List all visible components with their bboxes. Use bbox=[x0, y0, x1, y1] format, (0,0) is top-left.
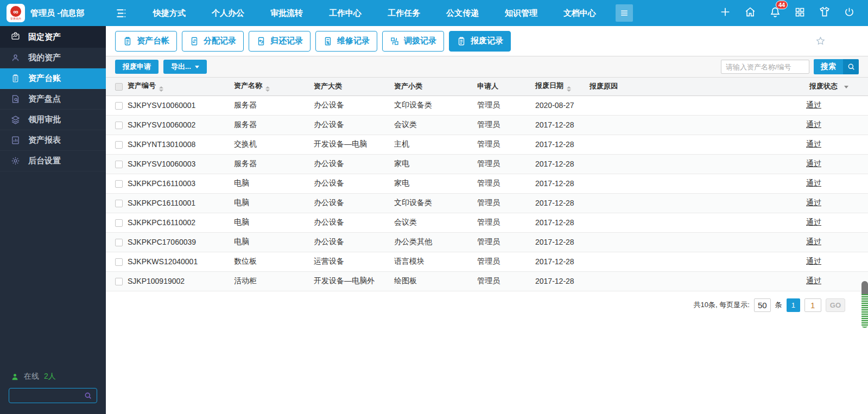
favorite-star-icon[interactable] bbox=[815, 36, 826, 46]
topbar-action[interactable] bbox=[719, 6, 731, 20]
nav-item[interactable]: 工作任务 bbox=[375, 0, 433, 26]
sidebar-search-input[interactable] bbox=[14, 392, 84, 400]
logo-infinity-icon: ∞ bbox=[10, 6, 21, 17]
cell-asset-code: SJKPKPC16110003 bbox=[128, 174, 234, 193]
report-icon bbox=[11, 136, 20, 145]
toolbar: 报废申请 导出... 搜索 bbox=[106, 56, 868, 78]
cell-subcategory: 会议类 bbox=[394, 115, 477, 135]
scrollbar-thumb[interactable] bbox=[861, 281, 868, 328]
go-button[interactable]: GO bbox=[826, 298, 845, 312]
sidebar-item-label: 资产盘点 bbox=[28, 94, 61, 104]
table-row: SJKPKPC16110003 电脑 办公设备 家电 管理员 2017-12-2… bbox=[106, 174, 868, 193]
cell-asset-name: 数位板 bbox=[234, 252, 314, 271]
status-link[interactable]: 通过 bbox=[806, 139, 821, 148]
nav-item[interactable]: 知识管理 bbox=[492, 0, 550, 26]
page-size-input[interactable] bbox=[754, 298, 771, 312]
status-link[interactable]: 通过 bbox=[806, 218, 821, 226]
sidebar-module-header[interactable]: 固定资产 bbox=[0, 26, 106, 48]
nav-item[interactable]: 个人办公 bbox=[199, 0, 257, 26]
row-checkbox[interactable] bbox=[115, 161, 123, 168]
topbar-action[interactable] bbox=[844, 7, 855, 20]
cell-asset-name: 服务器 bbox=[234, 154, 314, 174]
sidebar-item[interactable]: 我的资产 bbox=[0, 48, 106, 68]
cell-reason bbox=[590, 213, 795, 232]
collapse-menu-icon[interactable] bbox=[115, 7, 128, 20]
row-checkbox[interactable] bbox=[115, 278, 123, 285]
sidebar-item[interactable]: 领用审批 bbox=[0, 110, 106, 130]
topbar-action[interactable] bbox=[819, 6, 831, 20]
tab[interactable]: 资产台帐 bbox=[115, 31, 177, 52]
sidebar-item-label: 资产报表 bbox=[28, 135, 61, 145]
cell-category: 办公设备 bbox=[314, 174, 394, 193]
header-asset-name: 资产名称 bbox=[234, 81, 262, 90]
tab-label: 维修记录 bbox=[337, 36, 370, 46]
row-checkbox[interactable] bbox=[115, 102, 123, 110]
more-menu-icon[interactable] bbox=[616, 4, 633, 22]
tab[interactable]: 报废记录 bbox=[449, 31, 511, 52]
status-link[interactable]: 通过 bbox=[806, 179, 821, 187]
status-link[interactable]: 通过 bbox=[806, 257, 821, 265]
logo-text: 学美动力 bbox=[10, 17, 21, 20]
sidebar-item[interactable]: 资产盘点 bbox=[0, 89, 106, 110]
row-checkbox[interactable] bbox=[115, 122, 123, 129]
sort-icon[interactable] bbox=[265, 86, 270, 92]
nav-item[interactable]: 文档中心 bbox=[550, 0, 609, 26]
nav-item[interactable]: 公文传递 bbox=[433, 0, 492, 26]
cell-subcategory: 语言模块 bbox=[394, 252, 477, 271]
status-link[interactable]: 通过 bbox=[806, 159, 821, 168]
tab[interactable]: 归还记录 bbox=[249, 31, 311, 52]
row-checkbox[interactable] bbox=[115, 141, 123, 149]
status-link[interactable]: 通过 bbox=[806, 120, 821, 129]
scrollbar-cap[interactable] bbox=[861, 281, 868, 294]
nav-item[interactable]: 审批流转 bbox=[257, 0, 316, 26]
cell-subcategory: 家电 bbox=[394, 154, 477, 174]
brand: ∞ 学美动力 管理员 -信息部 bbox=[0, 4, 106, 22]
export-button[interactable]: 导出... bbox=[163, 60, 207, 74]
filter-caret-icon[interactable] bbox=[844, 86, 848, 88]
nav-item[interactable]: 工作中心 bbox=[316, 0, 375, 26]
select-all-checkbox[interactable] bbox=[115, 83, 123, 91]
topbar-action[interactable] bbox=[794, 7, 806, 20]
tab[interactable]: 调拨记录 bbox=[382, 31, 444, 52]
cell-asset-code: SJKPKPC17060039 bbox=[128, 232, 234, 252]
row-checkbox[interactable] bbox=[115, 219, 123, 227]
scrollbar-stripes[interactable] bbox=[861, 294, 868, 328]
sidebar-item[interactable]: 资产报表 bbox=[0, 130, 106, 151]
cell-asset-code: SJKPKPC16110002 bbox=[128, 213, 234, 232]
cell-subcategory: 办公类其他 bbox=[394, 232, 477, 252]
asset-search-input[interactable] bbox=[721, 60, 809, 74]
cell-date: 2017-12-28 bbox=[535, 115, 590, 135]
status-link[interactable]: 通过 bbox=[806, 198, 821, 207]
row-checkbox[interactable] bbox=[115, 180, 123, 188]
scrap-records-table: 资产编号 资产名称 资产大类 资产小类 申请人 报废日期 报废原因 报废状态 S… bbox=[106, 78, 868, 291]
tab[interactable]: 分配记录 bbox=[182, 31, 244, 52]
row-checkbox[interactable] bbox=[115, 239, 123, 246]
tab-label: 分配记录 bbox=[204, 36, 236, 46]
status-link[interactable]: 通过 bbox=[806, 100, 821, 109]
status-link[interactable]: 通过 bbox=[806, 237, 821, 246]
sidebar-item[interactable]: 后台设置 bbox=[0, 151, 106, 171]
row-checkbox[interactable] bbox=[115, 258, 123, 266]
sort-icon[interactable] bbox=[159, 86, 163, 92]
goto-page-input[interactable] bbox=[804, 298, 821, 312]
nav-item[interactable]: 快捷方式 bbox=[140, 0, 199, 26]
sort-icon[interactable] bbox=[567, 86, 571, 92]
status-link[interactable]: 通过 bbox=[806, 276, 821, 285]
cell-date: 2017-12-28 bbox=[535, 252, 590, 271]
sidebar-item[interactable]: 资产台账 bbox=[0, 68, 106, 89]
main-nav: 快捷方式 个人办公 审批流转 工作中心 工作任务 公文传递 知识管理 文档中心 bbox=[106, 0, 633, 26]
theme-icon bbox=[819, 6, 831, 20]
current-page-button[interactable]: 1 bbox=[787, 298, 800, 312]
cell-category: 开发设备—电脑 bbox=[314, 135, 394, 154]
scrap-apply-button[interactable]: 报废申请 bbox=[115, 60, 159, 74]
search-button[interactable]: 搜索 bbox=[814, 59, 859, 74]
search-icon[interactable] bbox=[84, 391, 92, 400]
row-checkbox[interactable] bbox=[115, 200, 123, 207]
doc-repair-icon bbox=[323, 36, 333, 46]
blocks-swap-icon bbox=[390, 36, 400, 46]
tab-label: 调拨记录 bbox=[404, 36, 436, 46]
topbar-action[interactable] bbox=[744, 6, 756, 20]
app-logo[interactable]: ∞ 学美动力 bbox=[7, 4, 25, 22]
tab[interactable]: 维修记录 bbox=[315, 31, 377, 52]
topbar-action[interactable]: 44 bbox=[769, 6, 781, 20]
